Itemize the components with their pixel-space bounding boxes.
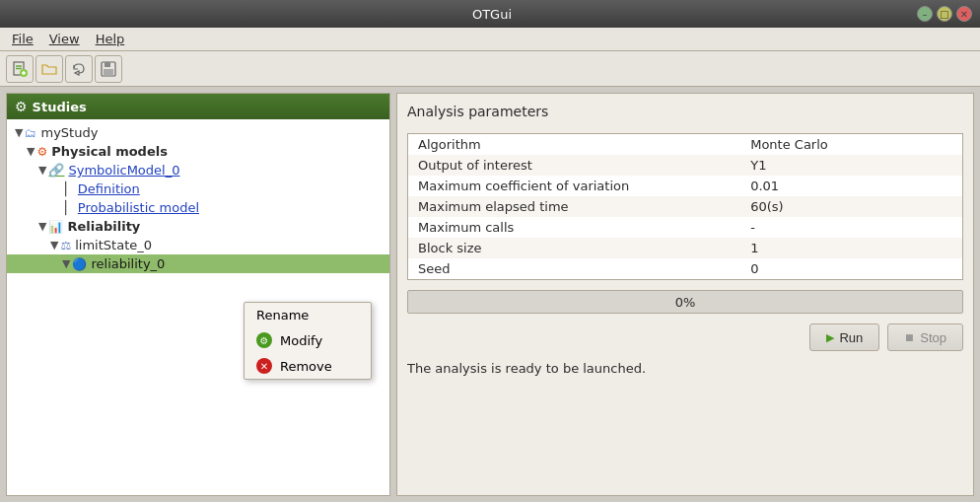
param-row-4: Maximum calls- xyxy=(408,217,962,238)
study-icon: 🗂 xyxy=(25,126,36,140)
status-text: The analysis is ready to be launched. xyxy=(407,361,963,376)
arrow-physical: ▼ xyxy=(27,145,35,158)
stop-button[interactable]: ⏹ Stop xyxy=(887,323,963,351)
toolbar-save[interactable] xyxy=(95,55,122,83)
context-menu-remove[interactable]: ✕ Remove xyxy=(245,353,371,379)
studies-header: ⚙ Studies xyxy=(7,94,389,119)
toolbar-new[interactable] xyxy=(6,55,34,83)
studies-title: Studies xyxy=(33,100,87,114)
study-label: myStudy xyxy=(40,125,98,140)
probabilistic-label: Probabilistic model xyxy=(78,200,199,215)
undo-icon xyxy=(70,60,88,78)
right-panel: Analysis parameters AlgorithmMonte Carlo… xyxy=(396,93,974,496)
progress-label: 0% xyxy=(675,295,696,310)
modify-label: Modify xyxy=(280,333,322,348)
param-value-5: 1 xyxy=(740,238,962,258)
reliability-item-label: reliability_0 xyxy=(91,256,165,271)
context-menu: Rename ⚙ Modify ✕ Remove xyxy=(244,302,372,380)
remove-label: Remove xyxy=(280,359,332,374)
tree-area: ▼ 🗂 myStudy ▼ ⚙ Physical models ▼ 🔗 Symb… xyxy=(7,119,389,495)
tree-item-definition[interactable]: │ Definition xyxy=(7,179,389,198)
reliability-item-icon: 🔵 xyxy=(72,257,87,271)
rename-label: Rename xyxy=(256,308,309,323)
param-value-4: - xyxy=(740,217,962,238)
params-table: AlgorithmMonte CarloOutput of interestY1… xyxy=(407,133,963,280)
menu-help[interactable]: Help xyxy=(88,30,133,48)
window-controls: – □ ✕ xyxy=(917,6,972,22)
param-value-0: Monte Carlo xyxy=(740,134,962,155)
param-key-0: Algorithm xyxy=(408,134,740,155)
param-value-3: 60(s) xyxy=(740,196,962,217)
param-row-6: Seed0 xyxy=(408,258,962,279)
stop-icon: ⏹ xyxy=(904,331,915,343)
probabilistic-icon: │ xyxy=(62,200,70,215)
param-row-2: Maximum coefficient of variation0.01 xyxy=(408,176,962,196)
param-key-2: Maximum coefficient of variation xyxy=(408,176,740,196)
arrow-study: ▼ xyxy=(15,126,23,139)
progress-bar: 0% xyxy=(407,290,963,314)
tree-item-limit-state[interactable]: ▼ ⚖ limitState_0 xyxy=(7,236,389,254)
tree-item-reliability[interactable]: ▼ 📊 Reliability xyxy=(7,217,389,236)
close-button[interactable]: ✕ xyxy=(956,6,972,22)
toolbar-open[interactable] xyxy=(35,55,63,83)
stop-label: Stop xyxy=(920,330,946,345)
param-key-6: Seed xyxy=(408,258,740,279)
window-title: OTGui xyxy=(67,7,917,22)
arrow-symbolic: ▼ xyxy=(38,164,46,177)
svg-rect-7 xyxy=(105,62,110,67)
save-icon xyxy=(100,60,117,78)
left-panel: ⚙ Studies ▼ 🗂 myStudy ▼ ⚙ Physical model… xyxy=(6,93,390,496)
arrow-rel-item: ▼ xyxy=(62,257,70,270)
param-row-3: Maximum elapsed time60(s) xyxy=(408,196,962,217)
action-buttons: ▶ Run ⏹ Stop xyxy=(407,323,963,351)
param-row-5: Block size1 xyxy=(408,238,962,258)
toolbar-undo[interactable] xyxy=(65,55,93,83)
arrow-limit: ▼ xyxy=(50,239,58,251)
tree-item-probabilistic[interactable]: │ Probabilistic model xyxy=(7,198,389,217)
menu-bar: File View Help xyxy=(0,28,980,51)
toolbar xyxy=(0,51,980,87)
reliability-icon: 📊 xyxy=(48,220,63,234)
menu-file[interactable]: File xyxy=(4,30,41,48)
tree-item-physical-models[interactable]: ▼ ⚙ Physical models xyxy=(7,142,389,161)
open-icon xyxy=(40,60,58,78)
limit-state-icon: ⚖ xyxy=(60,239,71,252)
run-icon: ▶ xyxy=(826,331,834,344)
physical-models-label: Physical models xyxy=(51,144,168,159)
param-key-5: Block size xyxy=(408,238,740,258)
param-value-1: Y1 xyxy=(740,155,962,176)
param-row-1: Output of interestY1 xyxy=(408,155,962,176)
param-row-0: AlgorithmMonte Carlo xyxy=(408,134,962,155)
arrow-reliability: ▼ xyxy=(38,220,46,233)
svg-rect-8 xyxy=(104,69,113,75)
context-menu-rename[interactable]: Rename xyxy=(245,303,371,327)
symbolic-model-icon: 🔗 xyxy=(48,163,64,178)
param-key-3: Maximum elapsed time xyxy=(408,196,740,217)
run-label: Run xyxy=(839,330,863,345)
param-key-4: Maximum calls xyxy=(408,217,740,238)
menu-view[interactable]: View xyxy=(41,30,88,48)
main-content: ⚙ Studies ▼ 🗂 myStudy ▼ ⚙ Physical model… xyxy=(0,87,980,502)
definition-label: Definition xyxy=(78,181,140,196)
new-icon xyxy=(11,60,29,78)
tree-item-study[interactable]: ▼ 🗂 myStudy xyxy=(7,123,389,142)
maximize-button[interactable]: □ xyxy=(937,6,952,22)
modify-icon: ⚙ xyxy=(256,332,272,348)
minimize-button[interactable]: – xyxy=(917,6,933,22)
tree-item-symbolic-model[interactable]: ▼ 🔗 SymbolicModel_0 xyxy=(7,161,389,179)
param-key-1: Output of interest xyxy=(408,155,740,176)
section-title: Analysis parameters xyxy=(407,104,963,119)
studies-icon: ⚙ xyxy=(15,99,28,114)
param-value-2: 0.01 xyxy=(740,176,962,196)
tree-item-reliability-item[interactable]: ▼ 🔵 reliability_0 xyxy=(7,254,389,273)
physical-models-icon: ⚙ xyxy=(36,145,47,159)
reliability-label: Reliability xyxy=(67,219,140,234)
symbolic-model-label: SymbolicModel_0 xyxy=(68,163,179,178)
param-value-6: 0 xyxy=(740,258,962,279)
definition-icon: │ xyxy=(62,181,70,196)
remove-icon: ✕ xyxy=(256,358,272,374)
run-button[interactable]: ▶ Run xyxy=(809,323,879,351)
context-menu-modify[interactable]: ⚙ Modify xyxy=(245,327,371,353)
limit-state-label: limitState_0 xyxy=(75,238,152,252)
title-bar: OTGui – □ ✕ xyxy=(0,0,980,28)
